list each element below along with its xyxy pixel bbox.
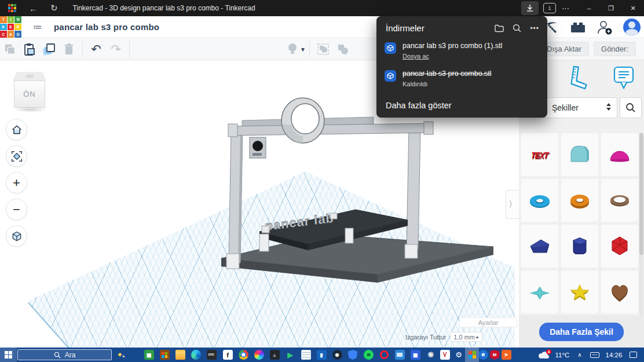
edge-browser-icon[interactable]: [189, 348, 203, 362]
view-cube-shadow: [13, 107, 47, 112]
restore-button[interactable]: ❐: [600, 0, 622, 16]
downloads-more-icon[interactable]: •••: [530, 24, 539, 32]
design-menu-icon[interactable]: ≔: [33, 21, 42, 32]
plus-icon: +: [13, 175, 20, 191]
download-item[interactable]: pancar lab s3 pro combo.stl Kaldırıldı: [376, 65, 547, 89]
delete-button[interactable]: [59, 41, 79, 58]
touch-keyboard-icon[interactable]: [587, 348, 602, 362]
photos-icon[interactable]: [252, 348, 266, 362]
taskbar-search[interactable]: Ara: [17, 349, 112, 360]
notes-tool-icon[interactable]: [613, 65, 635, 92]
profile-avatar[interactable]: [623, 19, 641, 36]
home-view-button[interactable]: [6, 119, 27, 140]
shape-torus[interactable]: [521, 179, 558, 222]
scrollbar-thumb[interactable]: [639, 133, 643, 255]
dark-app-icon[interactable]: ▲: [268, 348, 281, 362]
send-button[interactable]: Gönder:: [594, 42, 636, 56]
redo-button[interactable]: ↷: [106, 41, 126, 58]
downloads-button[interactable]: [521, 1, 539, 15]
group-button[interactable]: [313, 41, 333, 58]
paste-button[interactable]: [20, 41, 39, 58]
tray-blue-circle-icon[interactable]: [477, 348, 489, 362]
open-folder-icon[interactable]: [495, 24, 504, 32]
undo-button[interactable]: ↶: [86, 41, 106, 58]
shape-search-button[interactable]: [620, 97, 642, 118]
search-downloads-icon[interactable]: [513, 24, 521, 32]
view-cube-front-face[interactable]: ÖN: [14, 81, 45, 108]
design-title[interactable]: pancar lab s3 pro combo: [54, 22, 159, 32]
minimize-button[interactable]: –: [578, 0, 600, 16]
download-file-name[interactable]: pancar lab s3 pro combo.stl: [402, 70, 492, 78]
tinkercad-logo[interactable]: TIN KER CAD: [0, 16, 21, 38]
panel-collapse-handle[interactable]: 〉: [506, 190, 519, 219]
show-hide-button[interactable]: [283, 41, 302, 58]
show-more-downloads[interactable]: Daha fazla göster: [386, 101, 452, 110]
back-icon[interactable]: ←: [29, 3, 38, 13]
facebook-icon[interactable]: f: [221, 348, 235, 362]
brick-export-icon[interactable]: [570, 21, 586, 34]
refresh-icon[interactable]: ↻: [50, 3, 58, 13]
blue-tile-app-icon[interactable]: ▮: [314, 348, 328, 362]
notepad-icon[interactable]: [299, 348, 313, 362]
shape-text[interactable]: TEXT: [521, 133, 558, 176]
tray-settings-gear-icon[interactable]: ⚙: [452, 348, 465, 362]
sidebar-search-icon[interactable]: 1: [543, 3, 556, 13]
weather-icon[interactable]: 4: [536, 348, 552, 362]
green-play-icon[interactable]: ▶: [283, 348, 297, 362]
shape-hexagonal-prism[interactable]: [561, 225, 598, 268]
copy-button[interactable]: [0, 41, 20, 58]
shield-app-icon[interactable]: [346, 348, 360, 362]
more-shapes-button[interactable]: Daha Fazla Şekil: [539, 323, 624, 341]
start-button[interactable]: [0, 348, 17, 362]
spotify-icon[interactable]: ≋: [361, 348, 375, 362]
close-button[interactable]: ✕: [622, 0, 644, 16]
ungroup-button[interactable]: [333, 41, 353, 58]
shape-round-roof[interactable]: [561, 133, 598, 176]
shape-ring[interactable]: [601, 179, 638, 222]
file-explorer-icon[interactable]: [173, 348, 187, 362]
clock[interactable]: 14:26: [602, 348, 625, 362]
tray-v-app-icon[interactable]: V: [438, 348, 451, 362]
perspective-toggle-button[interactable]: [6, 225, 27, 247]
steam-icon[interactable]: ◉: [330, 348, 344, 362]
shape-icosahedron[interactable]: [601, 225, 638, 268]
duplicate-button[interactable]: [39, 41, 59, 58]
caret-down-icon[interactable]: ▼: [300, 46, 306, 53]
ruler-tool-icon[interactable]: [565, 65, 590, 92]
opera-icon[interactable]: [377, 348, 391, 362]
notifications-icon[interactable]: [625, 348, 641, 362]
settings-button[interactable]: Ayarlar: [459, 317, 517, 327]
chrome-icon[interactable]: [236, 348, 250, 362]
taskbar-app-store[interactable]: [158, 348, 171, 362]
copy-icon: [3, 43, 16, 56]
blue-square-app-icon[interactable]: ▣: [408, 348, 422, 362]
open-file-link[interactable]: Dosya aç: [402, 53, 502, 60]
zoom-out-button[interactable]: −: [6, 199, 27, 220]
download-file-name[interactable]: pancar lab s3 pro combo (1).stl: [402, 42, 502, 50]
download-item[interactable]: pancar lab s3 pro combo (1).stl Dosya aç: [376, 38, 547, 61]
shape-half-sphere[interactable]: [601, 133, 638, 176]
snap-grid-select[interactable]: 1,0 mm▲: [450, 332, 482, 342]
browser-more-icon[interactable]: ⋯: [562, 4, 570, 13]
temperature-display[interactable]: 11°C: [552, 348, 573, 362]
taskbar-app-green[interactable]: ▦: [142, 348, 156, 362]
shape-star[interactable]: [561, 270, 598, 313]
shape-polygon[interactable]: [521, 225, 558, 268]
mcafee-icon[interactable]: M: [488, 348, 501, 362]
view-cube-top-face[interactable]: ÜST: [13, 72, 46, 81]
shape-tube[interactable]: [561, 179, 598, 222]
snap-grid-label: Izgarayı Tuttur: [405, 334, 446, 341]
view-cube[interactable]: ÜST ÖN: [12, 72, 49, 118]
panel-scrollbar[interactable]: [639, 132, 643, 316]
chatgpt-icon[interactable]: ❋: [424, 348, 438, 362]
tray-orange-app-icon[interactable]: ➤: [500, 348, 513, 362]
shape-four-point-star[interactable]: [521, 270, 558, 313]
copilot-icon[interactable]: ✦✦: [114, 348, 128, 362]
fit-view-button[interactable]: [6, 145, 27, 167]
zoom-in-button[interactable]: +: [6, 172, 27, 193]
epic-games-icon[interactable]: EPIC: [204, 348, 218, 362]
invite-collaborator-icon[interactable]: [597, 20, 613, 35]
tray-chevron-up-icon[interactable]: ∧: [575, 348, 585, 362]
remote-desktop-icon[interactable]: [393, 348, 407, 362]
shape-heart[interactable]: [601, 270, 638, 313]
